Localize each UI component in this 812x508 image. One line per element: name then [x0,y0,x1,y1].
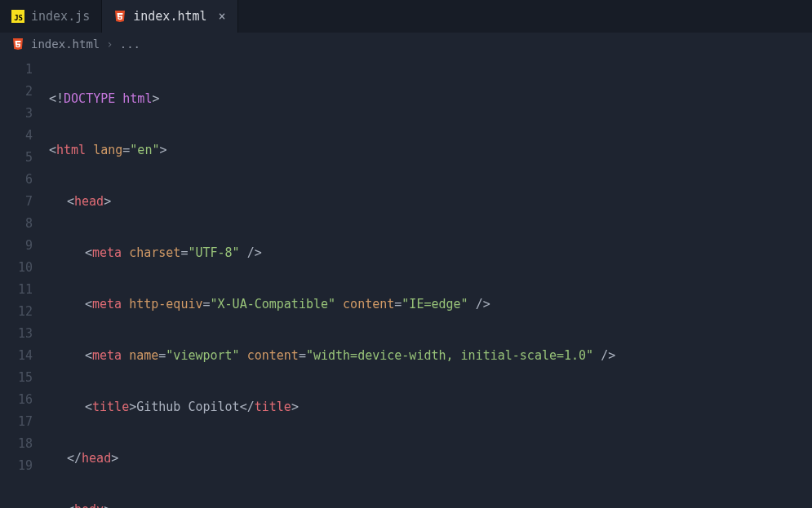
editor[interactable]: 1 2 3 4 5 6 7 8 9 10 11 12 13 14 15 16 1… [0,55,812,508]
line-number: 18 [0,433,33,455]
tab-label: index.js [31,9,90,24]
line-number: 9 [0,235,33,257]
code-line[interactable]: <meta charset="UTF-8" /> [49,242,812,264]
tab-index-js[interactable]: JS index.js [0,0,102,33]
breadcrumb-file: index.html [31,38,100,51]
breadcrumb-rest: ... [120,38,140,51]
breadcrumb[interactable]: index.html › ... [0,33,812,55]
code-line[interactable]: <html lang="en"> [49,139,812,161]
line-number: 17 [0,411,33,433]
chevron-right-icon: › [106,38,113,51]
html-icon [11,38,24,51]
code-line[interactable]: <!DOCTYPE html> [49,88,812,110]
line-number: 16 [0,389,33,411]
tab-label: index.html [133,9,206,24]
line-number: 4 [0,125,33,147]
line-number: 2 [0,81,33,103]
tab-index-html[interactable]: index.html × [102,0,237,33]
close-icon[interactable]: × [219,9,226,24]
code-line[interactable]: <title>Github Copilot</title> [49,396,812,418]
html-icon [113,10,126,23]
line-number: 11 [0,279,33,301]
line-number: 10 [0,257,33,279]
code-area[interactable]: <!DOCTYPE html> <html lang="en"> <head> … [49,59,812,508]
line-number: 1 [0,59,33,81]
line-number: 5 [0,147,33,169]
code-line[interactable]: <body> [49,499,812,508]
line-gutter: 1 2 3 4 5 6 7 8 9 10 11 12 13 14 15 16 1… [0,59,49,508]
line-number: 12 [0,301,33,323]
tab-bar: JS index.js index.html × [0,0,812,33]
code-line[interactable]: <meta http-equiv="X-UA-Compatible" conte… [49,294,812,316]
code-line[interactable]: </head> [49,448,812,470]
line-number: 6 [0,169,33,191]
line-number: 3 [0,103,33,125]
line-number: 14 [0,345,33,367]
js-icon: JS [11,10,24,23]
code-line[interactable]: <meta name="viewport" content="width=dev… [49,345,812,367]
code-line[interactable]: <head> [49,191,812,213]
line-number: 8 [0,213,33,235]
line-number: 15 [0,367,33,389]
line-number: 7 [0,191,33,213]
line-number: 19 [0,455,33,477]
line-number: 13 [0,323,33,345]
